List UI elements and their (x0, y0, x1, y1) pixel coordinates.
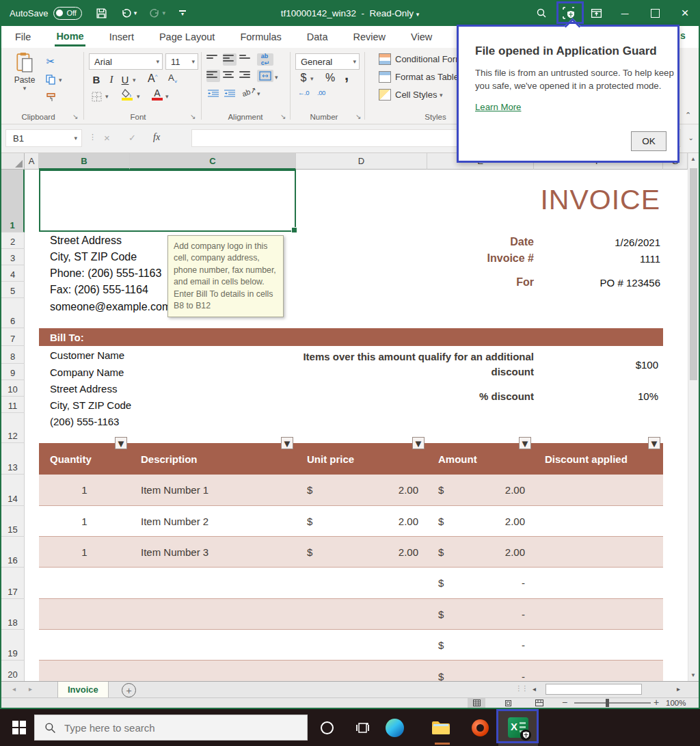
tab-page-layout[interactable]: Page Layout (158, 28, 216, 46)
increase-decimal-icon[interactable]: ←.0 (298, 89, 309, 96)
font-size-select[interactable]: 11▾ (165, 53, 198, 70)
row-header-18[interactable]: 18 (1, 599, 25, 630)
save-icon[interactable] (96, 8, 107, 19)
increase-font-icon[interactable]: A^ (148, 72, 157, 85)
currency-dropdown-icon[interactable]: ▾ (310, 75, 314, 82)
office-icon[interactable] (466, 709, 494, 746)
minimize-button[interactable]: ─ (610, 0, 640, 26)
tab-file[interactable]: File (14, 28, 32, 46)
taskbar-search-box[interactable] (34, 715, 308, 741)
increase-indent-icon[interactable] (223, 88, 237, 100)
row-header-11[interactable]: 11 (1, 397, 25, 413)
undo-dropdown-icon[interactable]: ▾ (134, 10, 137, 16)
row-header-3[interactable]: 3 (1, 249, 25, 265)
align-left-icon[interactable] (206, 70, 220, 82)
filter-dropdown-unit-price[interactable]: ▼ (412, 437, 425, 449)
new-sheet-button[interactable]: + (122, 683, 136, 697)
percent-format-icon[interactable]: % (324, 71, 336, 85)
zoom-level[interactable]: 100% (666, 699, 686, 707)
row-header-10[interactable]: 10 (1, 380, 25, 397)
tab-insert[interactable]: Insert (108, 28, 135, 46)
tab-review[interactable]: Review (351, 28, 387, 46)
enter-formula-icon[interactable]: ✓ (129, 133, 136, 143)
column-header-c[interactable]: C (130, 153, 296, 170)
task-view-icon[interactable] (349, 709, 376, 746)
quick-access-toolbar-icon[interactable]: ▾ (179, 10, 186, 16)
align-top-icon[interactable] (206, 53, 220, 66)
cell-styles-button[interactable]: Cell Styles ▾ (379, 89, 443, 101)
tab-formulas[interactable]: Formulas (239, 28, 282, 46)
selected-cell-b1[interactable] (39, 170, 296, 232)
view-normal-button[interactable] (468, 698, 485, 708)
column-header-b[interactable]: B (39, 153, 130, 170)
filter-dropdown-amount[interactable]: ▼ (519, 437, 531, 449)
cut-icon[interactable]: ✂ (44, 55, 57, 68)
fill-color-dropdown-icon[interactable]: ▾ (137, 93, 140, 100)
file-explorer-icon[interactable] (427, 709, 455, 746)
borders-icon[interactable] (90, 90, 103, 103)
autosave-toggle[interactable]: Off (53, 7, 81, 20)
alignment-dialog-launcher[interactable]: ↘ (280, 113, 286, 120)
hscroll-left-icon[interactable]: ◂ (533, 685, 536, 693)
filter-dropdown-description[interactable]: ▼ (281, 437, 293, 449)
row-header-9[interactable]: 9 (1, 364, 25, 380)
column-header-a[interactable]: A (25, 153, 39, 170)
row-header-5[interactable]: 5 (1, 282, 25, 298)
tab-data[interactable]: Data (306, 28, 329, 46)
row-header-7[interactable]: 7 (1, 328, 25, 346)
comma-format-icon[interactable]: , (342, 68, 351, 82)
orientation-dropdown-icon[interactable]: ▾ (257, 90, 260, 97)
align-middle-icon[interactable] (223, 53, 237, 66)
row-header-17[interactable]: 17 (1, 568, 25, 599)
zoom-slider-track[interactable] (574, 702, 651, 704)
row-header-16[interactable]: 16 (1, 537, 25, 568)
search-icon[interactable] (528, 8, 555, 18)
number-dialog-launcher[interactable]: ↘ (355, 113, 361, 120)
copy-icon[interactable] (44, 72, 57, 86)
scroll-up-icon[interactable]: ▲ (690, 156, 696, 162)
zoom-out-button[interactable]: − (562, 697, 567, 708)
bold-button[interactable]: B (90, 72, 103, 86)
row-header-2[interactable]: 2 (1, 232, 25, 249)
name-box[interactable]: B1 ▾ (5, 129, 82, 147)
tab-splitter[interactable]: ⋮⋮ (515, 684, 528, 692)
format-painter-icon[interactable] (44, 90, 57, 104)
sheet-next-icon[interactable]: ▸ (29, 685, 32, 693)
view-page-layout-button[interactable] (499, 698, 517, 708)
format-as-table-button[interactable]: Format as Table (379, 71, 459, 83)
font-color-dropdown-icon[interactable]: ▾ (165, 93, 169, 100)
zoom-in-button[interactable]: + (654, 697, 659, 708)
undo-button[interactable]: ▾ (121, 8, 137, 18)
align-bottom-icon[interactable] (239, 53, 253, 66)
cortana-icon[interactable] (313, 709, 340, 746)
decrease-indent-icon[interactable] (206, 88, 220, 100)
align-center-icon[interactable] (223, 70, 237, 82)
popup-learn-more-link[interactable]: Learn More (475, 102, 521, 112)
currency-format-icon[interactable]: $ (298, 71, 309, 85)
row-header-13[interactable]: 13 (1, 443, 25, 475)
row-header-12[interactable]: 12 (1, 413, 25, 443)
row-header-19[interactable]: 19 (1, 630, 25, 661)
align-right-icon[interactable] (239, 70, 253, 82)
merge-center-dropdown-icon[interactable]: ▾ (275, 74, 278, 81)
taskbar-search-input[interactable] (63, 721, 291, 734)
start-button[interactable] (4, 709, 34, 746)
vertical-scrollbar[interactable]: ▲ ▼ (688, 153, 699, 681)
underline-button[interactable]: U (119, 72, 131, 86)
tab-home[interactable]: Home (55, 27, 85, 46)
scroll-down-icon[interactable]: ▼ (690, 672, 696, 678)
zoom-slider-thumb[interactable] (606, 699, 609, 707)
font-color-icon[interactable]: A (152, 88, 163, 101)
row-header-4[interactable]: 4 (1, 265, 25, 282)
insert-function-icon[interactable]: fx (153, 132, 160, 143)
vertical-scroll-thumb[interactable] (690, 168, 697, 380)
copy-dropdown-icon[interactable]: ▾ (59, 77, 62, 83)
row-header-14[interactable]: 14 (1, 475, 25, 506)
row-header-20[interactable]: 20 (1, 661, 25, 681)
orientation-icon[interactable]: ab↗ (241, 85, 258, 99)
select-all-corner[interactable] (1, 153, 25, 170)
comments-button-partial[interactable]: s (680, 30, 686, 41)
font-family-select[interactable]: Arial▾ (89, 53, 163, 70)
fill-handle[interactable] (291, 227, 297, 233)
merge-center-icon[interactable] (257, 70, 273, 82)
